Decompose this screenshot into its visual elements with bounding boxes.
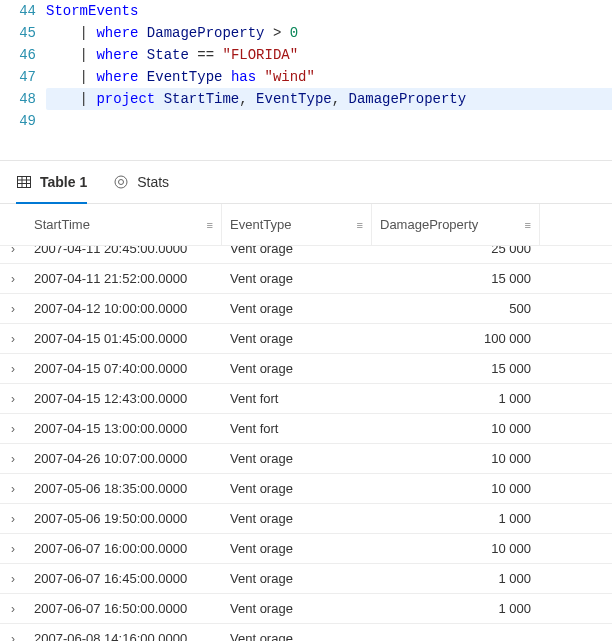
line-number: 44	[0, 0, 46, 22]
cell-damage: 10 000	[380, 541, 531, 556]
query-editor[interactable]: 44StormEvents45 | where DamageProperty >…	[0, 0, 612, 138]
table-row[interactable]: ›2007-04-26 10:07:00.0000Vent orage10 00…	[0, 444, 612, 474]
table-row[interactable]: › 2007-06-08 14:16:00.0000 Vent orage	[0, 624, 612, 641]
code-line[interactable]: 48 | project StartTime, EventType, Damag…	[0, 88, 612, 110]
cell-eventtype: Vent orage	[230, 571, 293, 586]
column-label: StartTime	[34, 217, 90, 232]
svg-point-6	[119, 180, 124, 185]
expand-row-icon[interactable]: ›	[0, 423, 26, 435]
code-text: | where DamageProperty > 0	[46, 22, 298, 44]
column-header-damage[interactable]: DamageProperty ≡	[372, 204, 540, 245]
expand-row-icon[interactable]: ›	[0, 246, 26, 255]
results-grid: StartTime ≡ EventType ≡ DamageProperty ≡…	[0, 204, 612, 641]
table-row[interactable]: ›2007-04-15 12:43:00.0000Vent fort1 000	[0, 384, 612, 414]
cell-eventtype: Vent orage	[230, 331, 293, 346]
line-number: 47	[0, 66, 46, 88]
expand-row-icon[interactable]: ›	[0, 363, 26, 375]
cell-damage: 100 000	[380, 331, 531, 346]
cell-eventtype: Vent orage	[230, 631, 293, 641]
table-row[interactable]: ›2007-05-06 19:50:00.0000Vent orage1 000	[0, 504, 612, 534]
tab-table-label: Table 1	[40, 174, 87, 190]
table-row[interactable]: ›2007-06-07 16:50:00.0000Vent orage1 000	[0, 594, 612, 624]
tab-stats[interactable]: Stats	[113, 161, 169, 203]
column-header-starttime[interactable]: StartTime ≡	[26, 204, 222, 245]
cell-starttime: 2007-04-11 20:45:00.0000	[34, 246, 187, 256]
cell-eventtype: Vent orage	[230, 451, 293, 466]
table-row[interactable]: ›2007-05-06 18:35:00.0000Vent orage10 00…	[0, 474, 612, 504]
cell-eventtype: Vent orage	[230, 301, 293, 316]
table-row[interactable]: ›2007-04-15 13:00:00.0000Vent fort10 000	[0, 414, 612, 444]
column-menu-icon[interactable]: ≡	[525, 219, 531, 231]
cell-starttime: 2007-04-15 07:40:00.0000	[34, 361, 187, 376]
cell-starttime: 2007-04-11 21:52:00.0000	[34, 271, 187, 286]
cell-starttime: 2007-06-07 16:00:00.0000	[34, 541, 187, 556]
cell-damage: 1 000	[380, 601, 531, 616]
column-menu-icon[interactable]: ≡	[357, 219, 363, 231]
table-row[interactable]: ›2007-04-11 21:52:00.0000Vent orage15 00…	[0, 264, 612, 294]
code-text: | where EventType has "wind"	[46, 66, 315, 88]
cell-damage: 25 000	[380, 246, 531, 256]
expand-row-icon[interactable]: ›	[0, 333, 26, 345]
cell-damage: 1 000	[380, 511, 531, 526]
line-number: 46	[0, 44, 46, 66]
code-line[interactable]: 45 | where DamageProperty > 0	[0, 22, 612, 44]
expand-row-icon[interactable]: ›	[0, 393, 26, 405]
column-header-eventtype[interactable]: EventType ≡	[222, 204, 372, 245]
cell-starttime: 2007-06-07 16:45:00.0000	[34, 571, 187, 586]
cell-eventtype: Vent orage	[230, 271, 293, 286]
cell-damage: 500	[380, 301, 531, 316]
code-text: | where State == "FLORIDA"	[46, 44, 298, 66]
results-tabs: Table 1 Stats	[0, 160, 612, 204]
cell-eventtype: Vent fort	[230, 421, 278, 436]
table-row[interactable]: ›2007-04-15 01:45:00.0000Vent orage100 0…	[0, 324, 612, 354]
cell-eventtype: Vent orage	[230, 601, 293, 616]
table-row[interactable]: ›2007-04-15 07:40:00.0000Vent orage15 00…	[0, 354, 612, 384]
line-number: 48	[0, 88, 46, 110]
grid-header: StartTime ≡ EventType ≡ DamageProperty ≡	[0, 204, 612, 246]
svg-rect-0	[18, 177, 31, 188]
tab-stats-label: Stats	[137, 174, 169, 190]
cell-damage: 1 000	[380, 391, 531, 406]
expand-row-icon[interactable]: ›	[0, 303, 26, 315]
cell-starttime: 2007-06-07 16:50:00.0000	[34, 601, 187, 616]
cell-damage: 10 000	[380, 481, 531, 496]
code-line[interactable]: 49	[0, 110, 612, 132]
expand-row-icon[interactable]: ›	[0, 483, 26, 495]
expand-row-icon[interactable]: ›	[0, 573, 26, 585]
column-label: DamageProperty	[380, 217, 478, 232]
cell-damage: 10 000	[380, 451, 531, 466]
table-icon	[16, 174, 32, 190]
cell-damage: 15 000	[380, 361, 531, 376]
expand-row-icon[interactable]: ›	[0, 633, 26, 642]
cell-starttime: 2007-06-08 14:16:00.0000	[34, 631, 187, 641]
table-row[interactable]: ›2007-06-07 16:00:00.0000Vent orage10 00…	[0, 534, 612, 564]
code-text: | project StartTime, EventType, DamagePr…	[46, 88, 612, 110]
expand-row-icon[interactable]: ›	[0, 273, 26, 285]
expand-row-icon[interactable]: ›	[0, 513, 26, 525]
cell-damage: 10 000	[380, 421, 531, 436]
stats-icon	[113, 174, 129, 190]
table-row[interactable]: ›2007-04-12 10:00:00.0000Vent orage500	[0, 294, 612, 324]
code-line[interactable]: 47 | where EventType has "wind"	[0, 66, 612, 88]
cell-starttime: 2007-04-26 10:07:00.0000	[34, 451, 187, 466]
code-line[interactable]: 46 | where State == "FLORIDA"	[0, 44, 612, 66]
expand-row-icon[interactable]: ›	[0, 453, 26, 465]
cell-eventtype: Vent orage	[230, 541, 293, 556]
grid-body: ›2007-04-11 21:52:00.0000Vent orage15 00…	[0, 264, 612, 624]
cell-damage: 1 000	[380, 571, 531, 586]
code-line[interactable]: 44StormEvents	[0, 0, 612, 22]
expand-row-icon[interactable]: ›	[0, 603, 26, 615]
svg-point-5	[115, 176, 127, 188]
grid-partial-row-top: › 2007-04-11 20:45:00.0000 Vent orage 25…	[0, 246, 612, 264]
cell-eventtype: Vent orage	[230, 361, 293, 376]
tab-table[interactable]: Table 1	[16, 161, 87, 203]
column-label: EventType	[230, 217, 291, 232]
table-row[interactable]: ›2007-06-07 16:45:00.0000Vent orage1 000	[0, 564, 612, 594]
expand-row-icon[interactable]: ›	[0, 543, 26, 555]
code-text: StormEvents	[46, 0, 138, 22]
cell-starttime: 2007-04-15 01:45:00.0000	[34, 331, 187, 346]
table-row[interactable]: › 2007-04-11 20:45:00.0000 Vent orage 25…	[0, 246, 612, 264]
line-number: 49	[0, 110, 46, 132]
column-menu-icon[interactable]: ≡	[207, 219, 213, 231]
cell-starttime: 2007-04-12 10:00:00.0000	[34, 301, 187, 316]
